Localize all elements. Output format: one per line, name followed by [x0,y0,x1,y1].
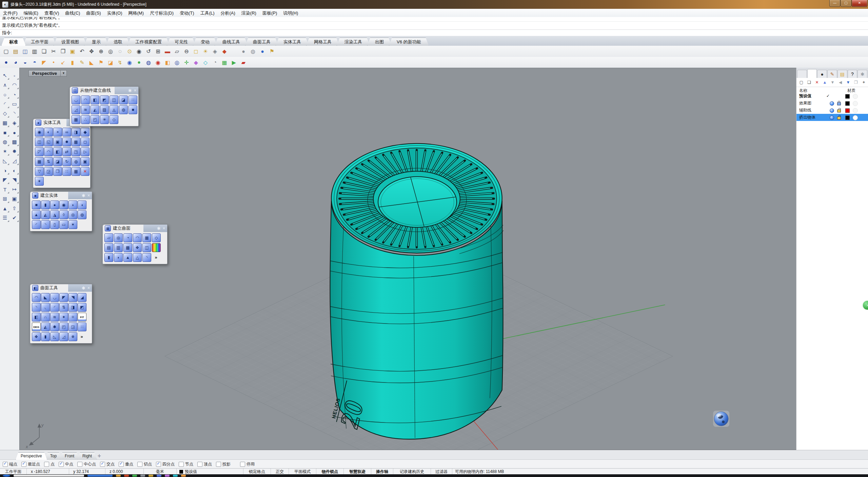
rect-orange-button[interactable]: ▮ [68,58,77,67]
status-cell[interactable]: 过滤器 [431,469,452,475]
osnap-toggle[interactable]: 节点 [179,461,193,467]
extrude-along-curve[interactable]: ◗ [114,253,123,262]
flag-left-button[interactable]: ◤ [39,58,49,67]
checkbox[interactable] [240,462,245,467]
save-button[interactable]: ◫ [20,47,30,56]
sphere-tool[interactable]: ● [10,128,19,137]
viewport-tab[interactable]: Top [45,452,62,460]
new-sublayer-button[interactable]: ❏ [806,79,813,86]
torus[interactable]: ◍ [78,210,86,219]
copy-hole[interactable]: ❐ [53,167,62,176]
ghosted-display-button[interactable]: ◍ [248,47,258,56]
ghosted-sphere-button[interactable]: ◕ [11,58,20,67]
project-curve[interactable]: ◧ [91,96,99,104]
solid-points-on[interactable]: ▦ [35,157,44,166]
cylinder[interactable]: ▮ [41,201,50,209]
round-box[interactable]: ◻ [81,138,90,146]
open-file-button[interactable]: ▤ [11,47,20,56]
copy-button[interactable]: ❐ [58,47,68,56]
blast-tool[interactable]: ✸ [10,147,19,156]
layer-color-swatch[interactable] [845,108,850,113]
extrude-to-point[interactable]: ▲ [123,253,132,262]
status-cell[interactable]: 操作轴 [371,469,393,475]
toolbar-tab[interactable]: V6 的新功能 [389,38,429,46]
split-face[interactable]: ◪ [53,157,62,166]
unroll-surface[interactable]: ◧ [32,313,41,322]
filter-layers-button[interactable]: ▼ [845,79,852,86]
cplane-button[interactable]: ▱ [172,47,182,56]
hole-oval[interactable]: ◍ [72,157,80,166]
tool-palette[interactable]: ▦ 建立曲面 ✱ × ▱ ◎ ◔ ◠ [102,224,167,264]
pullback-curve[interactable]: ◩ [100,96,109,104]
taskbar-item[interactable] [116,475,121,477]
ellipse-tool[interactable]: ◔ [10,90,19,99]
rotate-face[interactable]: ↻ [62,157,71,166]
circle-center-button[interactable]: ⊖ [182,47,191,56]
checkbox[interactable] [179,462,184,467]
duplicate-border[interactable]: ◠ [81,96,90,104]
cage-edit[interactable]: ❖ [32,332,41,341]
point-tool[interactable]: ◦ [10,71,19,80]
status-cell[interactable]: 可用的物理内存: 11488 MB [452,469,868,475]
menu-item[interactable]: 面板(P) [259,9,280,17]
zoom-window-button[interactable]: ◌ [115,47,125,56]
extract-points[interactable]: ▦ [72,115,80,124]
grid-tool[interactable]: ☰ [1,213,9,222]
extract-lid[interactable]: ◱ [44,138,53,146]
status-cell[interactable]: x -180.527 [27,469,69,475]
boolean-two-objects[interactable]: ∞ [62,128,71,137]
truncated-cone[interactable]: ◭ [41,210,50,219]
workman-orient[interactable]: ✧ [68,313,77,322]
flag-pole-button[interactable]: ⚑ [96,58,106,67]
viewport-tab[interactable]: Front [60,452,79,460]
variable-blend[interactable]: ◜ [50,303,59,312]
change-degree[interactable]: DEG [32,323,41,331]
cut-button[interactable]: ✂ [49,47,58,56]
copy-tool[interactable]: ▣ [10,194,19,203]
copy-to-clipboard-button[interactable]: ❏ [39,47,49,56]
extract-edge[interactable]: ◡ [72,96,80,104]
move-face-dir[interactable]: ⇄ [62,147,71,156]
shaded-display-button[interactable]: ● [239,47,248,56]
checkbox[interactable] [3,462,8,467]
menu-item[interactable]: 文件(F) [0,9,21,17]
extrude-straight[interactable]: ▮ [104,253,113,262]
merge-surface[interactable]: ◢ [78,293,86,302]
loft-tool[interactable]: ◈ [10,119,19,127]
uv-curves[interactable]: ◰ [91,115,99,124]
green-ball-button[interactable]: ● [134,58,144,67]
picture-frame[interactable] [152,243,161,252]
lamp-button[interactable]: ☀ [201,47,210,56]
toolbar-tab[interactable]: 工作平面 [23,38,56,46]
zoom-selected-button[interactable]: ⊙ [125,47,134,56]
variable-fillet[interactable]: ◟ [41,303,50,312]
toolbar-tab[interactable]: 工作视窗配置 [127,38,170,46]
surface-cv-tool[interactable]: ▦ [1,119,9,127]
array-hole-grid[interactable]: ▦ [72,167,80,176]
rotate-view-button[interactable]: ⊕ [96,47,106,56]
osnap-toggle[interactable]: 点 [44,461,55,467]
paraboloid[interactable]: ◗ [68,201,77,209]
fillet-edge-tool[interactable]: ◤ [1,175,9,184]
silhouette[interactable]: ◭ [91,105,99,114]
check-tool[interactable]: ✔ [10,213,19,222]
sphere[interactable]: ● [50,201,59,209]
layer-lock-icon[interactable] [837,117,841,120]
tool-palette[interactable]: ● 实体工具 ✱ × ◉ ◐ ◓ ∞ [33,119,91,188]
taskbar-item[interactable] [173,475,178,477]
contour-curves[interactable]: ≋ [81,105,90,114]
new-file-button[interactable]: ▢ [1,47,11,56]
undo-button[interactable]: ↶ [77,47,87,56]
taskbar-item[interactable] [3,475,10,477]
checkbox[interactable] [119,462,124,467]
extrude-tool[interactable]: ▲ [1,204,9,213]
render-panel-tab[interactable]: ● [817,70,827,78]
osnap-toggle[interactable]: 垂点 [119,461,133,467]
layer-tools-button[interactable]: ✦ [860,79,867,86]
toolbar-tab[interactable]: 标准 [1,38,26,46]
osnap-dot-button[interactable]: ◻ [191,47,201,56]
more-tools[interactable]: » [78,332,86,340]
model-3d[interactable]: HELIOS 20 [329,144,503,439]
play-button[interactable]: ▶ [229,58,239,67]
osnap-toggle[interactable]: 中心点 [77,461,96,467]
